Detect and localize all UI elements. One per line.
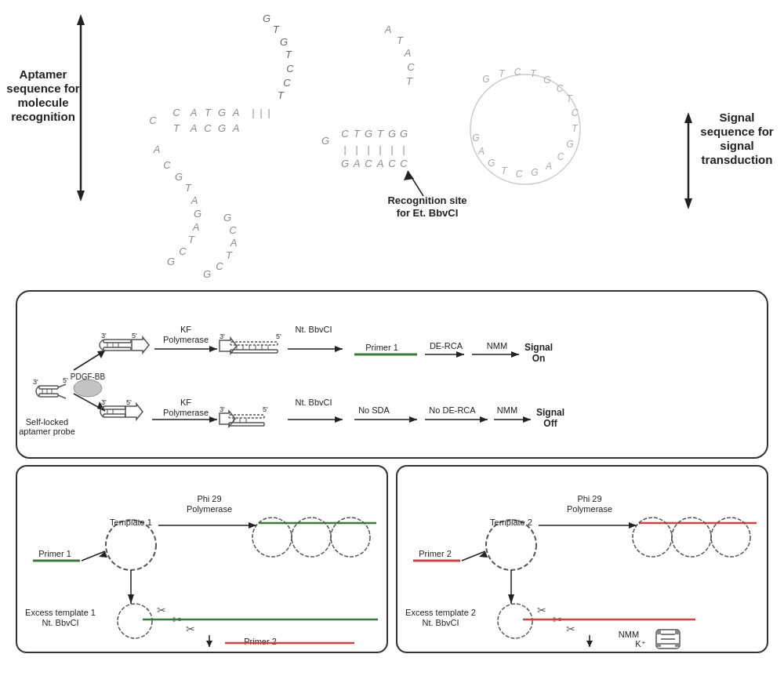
svg-marker-147 [511,351,519,358]
svg-text:NMM: NMM [497,405,517,415]
svg-text:3': 3' [220,405,225,413]
svg-text:C: C [341,128,349,140]
svg-text:Template 2: Template 2 [490,518,532,527]
svg-text:Primer 1: Primer 1 [365,343,398,352]
svg-text:for Et. BbvCI: for Et. BbvCI [397,207,459,219]
svg-text:✂: ✂ [537,604,546,616]
top-diagram-svg: Aptamer sequence for molecule recognitio… [0,0,784,290]
svg-point-109 [74,380,102,397]
svg-marker-4 [684,112,692,123]
svg-text:Nt. BbvCI: Nt. BbvCI [422,618,459,627]
svg-text:T: T [566,93,573,104]
svg-text:Phi 29: Phi 29 [197,494,221,503]
svg-text:C: C [172,107,180,118]
svg-text:A: A [230,237,238,249]
svg-text:A: A [192,221,200,233]
svg-text:C: C [163,159,171,171]
svg-text:NMM: NMM [487,341,507,351]
svg-text:Primer 2: Primer 2 [244,637,277,646]
svg-text:K⁺: K⁺ [635,639,645,648]
bottom-right-svg: Primer 2 Template 2 Phi 29 Polymerase Ex… [396,465,768,653]
svg-text:transduction: transduction [702,153,773,166]
svg-text:G: G [194,208,201,220]
svg-marker-127 [220,338,237,354]
svg-text:G: G [531,167,538,178]
top-section: Aptamer sequence for molecule recognitio… [0,0,784,290]
svg-text:DE-RCA: DE-RCA [430,341,463,351]
svg-text:C: C [557,151,564,162]
svg-text:A: A [404,47,412,59]
svg-marker-181 [523,416,531,423]
svg-marker-224 [508,594,514,604]
svg-text:T: T [354,128,361,140]
svg-marker-1 [77,14,85,25]
svg-text:G: G [203,268,211,280]
bottom-left-svg: Primer 1 Template 1 Phi 29 Polymerase [16,465,388,653]
svg-text:5': 5' [263,405,268,413]
svg-text:No DE-RCA: No DE-RCA [429,405,476,415]
svg-text:T: T [397,35,404,46]
svg-text:|: | [260,107,262,118]
svg-rect-128 [230,342,278,345]
svg-text:|: | [267,107,270,118]
svg-text:|: | [252,107,254,118]
svg-rect-100 [39,386,58,389]
svg-marker-233 [586,641,593,647]
svg-marker-178 [480,416,488,423]
svg-text:|: | [367,144,369,155]
svg-text:Primer 1: Primer 1 [38,549,71,558]
svg-text:3': 3' [220,332,225,340]
svg-text:C: C [229,224,237,236]
svg-text:T: T [572,123,579,134]
svg-text:3': 3' [33,378,38,386]
svg-text:G: G [321,135,329,147]
svg-text:G: G [566,139,573,150]
svg-text:C: C [179,245,187,257]
svg-text:|: | [390,144,393,155]
svg-marker-5 [684,198,692,209]
svg-text:A: A [191,194,198,206]
svg-text:Phi 29: Phi 29 [577,494,601,503]
svg-text:Excess template 1: Excess template 1 [25,608,96,617]
svg-text:Polymerase: Polymerase [163,335,209,344]
svg-text:C: C [516,169,523,180]
svg-text:Polymerase: Polymerase [567,504,612,514]
svg-marker-157 [125,404,143,420]
svg-text:G: G [263,13,270,24]
svg-text:A: A [232,122,240,134]
svg-marker-140 [335,346,343,352]
svg-text:C: C [283,77,291,89]
svg-text:aptamer probe: aptamer probe [19,427,75,436]
svg-text:A: A [190,107,198,118]
svg-rect-241 [675,630,679,634]
svg-point-186 [106,520,156,570]
svg-text:5': 5' [63,376,68,384]
svg-text:T: T [501,165,508,176]
svg-text:C: C [149,114,157,126]
svg-rect-243 [675,643,679,647]
svg-marker-122 [132,337,149,353]
svg-text:G: G [400,128,408,140]
svg-text:C: C [286,63,294,74]
svg-point-75 [470,74,580,184]
svg-text:T: T [173,122,180,134]
svg-text:T: T [278,89,285,101]
svg-text:✂: ✂ [566,623,575,635]
svg-text:T: T [406,75,413,87]
svg-point-227 [498,604,532,638]
main-container: Aptamer sequence for molecule recognitio… [0,0,784,683]
svg-text:|: | [343,144,346,155]
svg-line-106 [58,395,66,398]
svg-text:T: T [285,49,292,60]
svg-marker-144 [456,351,464,358]
middle-section-svg: Self-locked aptamer probe 3' 5' [16,290,768,459]
svg-rect-167 [229,423,264,426]
svg-text:G: G [488,158,495,169]
svg-text:Nt. BbvCI: Nt. BbvCI [295,398,332,407]
svg-text:Signal: Signal [719,111,754,124]
svg-text:G: G [482,74,489,85]
svg-rect-240 [657,630,661,634]
svg-text:Off: Off [543,418,557,429]
svg-text:G: G [388,128,396,140]
svg-text:C: C [514,67,521,78]
